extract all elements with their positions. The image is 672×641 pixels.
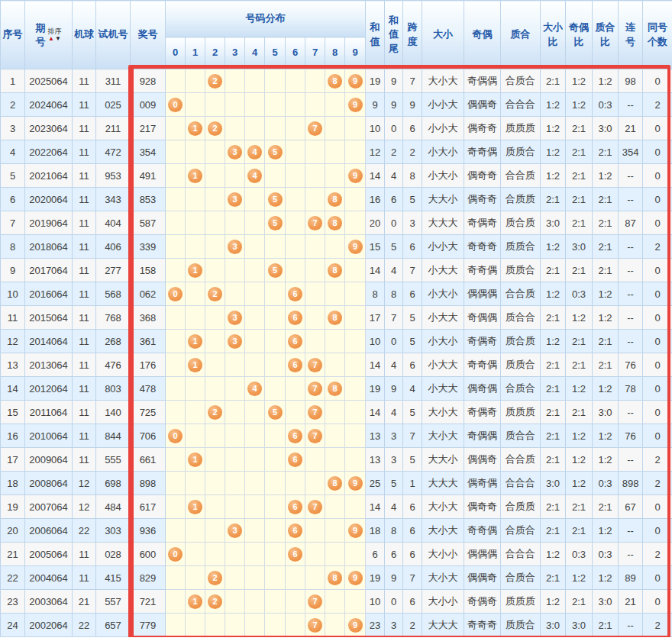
cell-prize: 478 bbox=[131, 377, 166, 401]
cell-prize: 158 bbox=[131, 259, 166, 282]
number-ball: 2 bbox=[208, 594, 222, 609]
cell-prime: 合质合 bbox=[501, 566, 541, 590]
sort-desc-icon[interactable]: ▼ bbox=[55, 36, 61, 42]
cell-seq: 12 bbox=[1, 330, 25, 353]
cell-parity: 偶奇偶 bbox=[464, 472, 501, 495]
number-ball: 7 bbox=[308, 429, 322, 443]
cell-same-count: 0 bbox=[643, 401, 672, 424]
cell-dist-9 bbox=[345, 424, 366, 448]
cell-size-ratio: 3:0 bbox=[541, 472, 566, 495]
cell-dist-1: 1 bbox=[186, 448, 205, 472]
cell-seq: 6 bbox=[1, 188, 25, 211]
cell-prize: 354 bbox=[131, 140, 166, 164]
cell-prize: 368 bbox=[131, 306, 166, 330]
header-prime-ratio: 质合比 bbox=[593, 1, 619, 69]
cell-size-ratio: 2:1 bbox=[541, 566, 566, 590]
cell-dist-2 bbox=[205, 140, 225, 164]
cell-seq: 22 bbox=[1, 566, 25, 590]
cell-dist-9: 9 bbox=[345, 566, 366, 590]
sort-asc-icon[interactable]: ▲ bbox=[48, 36, 54, 42]
number-ball: 6 bbox=[288, 523, 302, 538]
cell-size-ratio: 1:2 bbox=[541, 543, 566, 566]
cell-same-count: 2 bbox=[643, 614, 672, 637]
number-ball: 4 bbox=[247, 145, 262, 159]
cell-test-no: 140 bbox=[96, 401, 131, 424]
cell-prime: 合质质 bbox=[501, 495, 541, 519]
cell-prime: 质质合 bbox=[501, 235, 541, 259]
cell-issue: 2012064 bbox=[25, 377, 73, 401]
cell-sum-tail: 0 bbox=[385, 211, 403, 235]
cell-dist-2 bbox=[205, 424, 225, 448]
cell-dist-9: 9 bbox=[345, 519, 366, 543]
cell-machine: 22 bbox=[73, 519, 96, 543]
cell-issue: 2018064 bbox=[25, 235, 73, 259]
cell-dist-2 bbox=[205, 448, 225, 472]
cell-consecutive: -- bbox=[619, 235, 643, 259]
cell-dist-3 bbox=[225, 543, 245, 566]
cell-dist-5 bbox=[265, 472, 286, 495]
cell-parity-ratio: 0:3 bbox=[566, 543, 593, 566]
cell-dist-2 bbox=[205, 472, 225, 495]
cell-prize: 617 bbox=[131, 495, 166, 519]
cell-prime: 合质合 bbox=[501, 519, 541, 543]
cell-dist-6: 6 bbox=[286, 448, 305, 472]
header-digit-9: 9 bbox=[345, 37, 366, 69]
cell-parity-ratio: 1:2 bbox=[566, 424, 593, 448]
cell-sum: 16 bbox=[366, 188, 385, 211]
cell-dist-8 bbox=[325, 448, 345, 472]
cell-dist-6 bbox=[286, 235, 305, 259]
cell-dist-4 bbox=[245, 235, 265, 259]
cell-consecutive: 76 bbox=[619, 353, 643, 377]
cell-dist-7: 7 bbox=[305, 614, 325, 637]
cell-dist-3 bbox=[225, 164, 245, 188]
cell-dist-8: 8 bbox=[325, 306, 345, 330]
cell-issue: 2014064 bbox=[25, 330, 73, 353]
cell-dist-3 bbox=[225, 495, 245, 519]
cell-dist-3 bbox=[225, 566, 245, 590]
header-same-count: 同号个数 bbox=[643, 1, 672, 69]
cell-dist-6: 6 bbox=[286, 543, 305, 566]
cell-parity-ratio: 2:1 bbox=[566, 353, 593, 377]
cell-dist-4 bbox=[245, 448, 265, 472]
cell-issue: 2019064 bbox=[25, 211, 73, 235]
cell-dist-6 bbox=[286, 259, 305, 282]
cell-issue: 2009064 bbox=[25, 448, 73, 472]
cell-dist-1: 1 bbox=[186, 590, 205, 614]
cell-parity-ratio: 2:1 bbox=[566, 117, 593, 140]
number-ball: 6 bbox=[288, 287, 302, 301]
cell-dist-4 bbox=[245, 188, 265, 211]
cell-sum: 14 bbox=[366, 164, 385, 188]
cell-dist-4 bbox=[245, 93, 265, 117]
sort-widget[interactable]: 排序 ▲ ▼ bbox=[48, 28, 62, 42]
cell-size-ratio: 2:1 bbox=[541, 69, 566, 93]
cell-same-count: 0 bbox=[643, 140, 672, 164]
cell-size-ratio: 1:2 bbox=[541, 590, 566, 614]
cell-dist-2: 2 bbox=[205, 69, 225, 93]
cell-dist-6 bbox=[286, 164, 305, 188]
cell-dist-5: 5 bbox=[265, 188, 286, 211]
cell-issue: 2023064 bbox=[25, 117, 73, 140]
cell-parity: 奇偶奇 bbox=[464, 590, 501, 614]
cell-span: 6 bbox=[403, 117, 422, 140]
cell-dist-5 bbox=[265, 306, 286, 330]
cell-dist-9: 9 bbox=[345, 614, 366, 637]
cell-span: 4 bbox=[403, 377, 422, 401]
cell-dist-3: 3 bbox=[225, 235, 245, 259]
header-same-count-label: 同号个数 bbox=[647, 21, 668, 48]
cell-issue: 2025064 bbox=[25, 69, 73, 93]
cell-size-ratio: 1:2 bbox=[541, 164, 566, 188]
cell-seq: 18 bbox=[1, 472, 25, 495]
cell-parity: 偶奇奇 bbox=[464, 495, 501, 519]
cell-dist-9 bbox=[345, 448, 366, 472]
cell-dist-1 bbox=[186, 614, 205, 637]
cell-test-no: 472 bbox=[96, 140, 131, 164]
cell-machine: 12 bbox=[73, 472, 96, 495]
cell-consecutive: -- bbox=[619, 614, 643, 637]
number-ball: 9 bbox=[348, 98, 363, 112]
cell-parity-ratio: 3:0 bbox=[566, 614, 593, 637]
cell-parity-ratio: 1:2 bbox=[566, 69, 593, 93]
cell-dist-9 bbox=[345, 117, 366, 140]
cell-consecutive: -- bbox=[619, 448, 643, 472]
number-ball: 1 bbox=[188, 500, 202, 514]
cell-parity: 奇偶奇 bbox=[464, 401, 501, 424]
